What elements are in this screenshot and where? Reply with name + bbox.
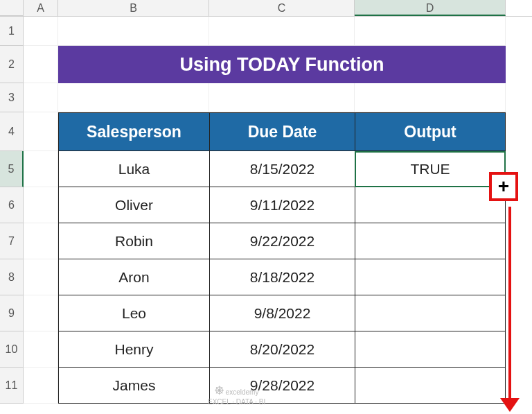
cell-C3[interactable] — [209, 83, 355, 112]
cell-D9[interactable] — [355, 295, 506, 331]
cell-A3[interactable] — [24, 83, 58, 112]
autofill-arrow — [508, 207, 511, 404]
cell-A8[interactable] — [24, 259, 58, 295]
watermark-brand: exceldemy — [226, 388, 259, 396]
cell-A1[interactable] — [24, 17, 58, 46]
cell-C7[interactable]: 9/22/2022 — [209, 223, 355, 259]
cell-C1[interactable] — [209, 17, 355, 46]
title-banner: Using TODAY Function — [58, 46, 506, 83]
row-3: 3 — [0, 83, 532, 112]
cell-D3[interactable] — [355, 83, 506, 112]
cell-C9[interactable]: 9/8/2022 — [209, 295, 355, 331]
autofill-arrowhead-icon — [500, 398, 520, 412]
row-7: 7 Robin 9/22/2022 — [0, 223, 532, 259]
cell-B1[interactable] — [58, 17, 209, 46]
cell-B10[interactable]: Henry — [58, 331, 209, 368]
plus-icon: + — [498, 177, 509, 196]
cell-D1[interactable] — [355, 17, 506, 46]
row-header-2[interactable]: 2 — [0, 46, 24, 83]
header-duedate[interactable]: Due Date — [209, 112, 355, 151]
col-header-B[interactable]: B — [58, 0, 209, 16]
row-1: 1 — [0, 17, 532, 46]
col-header-C[interactable]: C — [209, 0, 355, 16]
col-header-A[interactable]: A — [24, 0, 58, 16]
row-6: 6 Oliver 9/11/2022 — [0, 187, 532, 223]
row-9: 9 Leo 9/8/2022 — [0, 295, 532, 331]
watermark-sub: EXCEL · DATA · BI — [208, 398, 265, 406]
cell-D6[interactable] — [355, 187, 506, 223]
cell-C10[interactable]: 8/20/2022 — [209, 331, 355, 368]
cell-C5[interactable]: 8/15/2022 — [209, 151, 355, 187]
row-10: 10 Henry 8/20/2022 — [0, 331, 532, 368]
cell-B11[interactable]: James — [58, 368, 209, 404]
cell-A6[interactable] — [24, 187, 58, 223]
row-5: 5 Luka 8/15/2022 TRUE + — [0, 151, 532, 187]
watermark: ⎈ exceldemy EXCEL · DATA · BI — [208, 381, 265, 406]
spreadsheet: A B C D 1 2 Using TODAY Function 3 4 Sal… — [0, 0, 532, 414]
cell-A4[interactable] — [24, 112, 58, 151]
cell-A5[interactable] — [24, 151, 58, 187]
cell-A10[interactable] — [24, 331, 58, 368]
cell-B9[interactable]: Leo — [58, 295, 209, 331]
cell-D7[interactable] — [355, 223, 506, 259]
header-salesperson[interactable]: Salesperson — [58, 112, 209, 151]
row-header-4[interactable]: 4 — [0, 112, 24, 151]
output-value: TRUE — [410, 161, 450, 178]
header-output[interactable]: Output — [355, 112, 506, 151]
cell-B3[interactable] — [58, 83, 209, 112]
cell-D8[interactable] — [355, 259, 506, 295]
cell-A9[interactable] — [24, 295, 58, 331]
row-header-8[interactable]: 8 — [0, 259, 24, 295]
row-header-6[interactable]: 6 — [0, 187, 24, 223]
cell-D10[interactable] — [355, 331, 506, 368]
row-header-5[interactable]: 5 — [0, 151, 24, 187]
watermark-logo-icon: ⎈ — [215, 381, 224, 398]
col-header-D[interactable]: D — [355, 0, 506, 16]
cell-B5[interactable]: Luka — [58, 151, 209, 187]
column-header-row: A B C D — [0, 0, 532, 17]
row-header-9[interactable]: 9 — [0, 295, 24, 331]
row-header-11[interactable]: 11 — [0, 368, 24, 404]
row-header-1[interactable]: 1 — [0, 17, 24, 46]
cell-B8[interactable]: Aron — [58, 259, 209, 295]
fill-handle[interactable]: + — [489, 172, 518, 201]
cell-D11[interactable] — [355, 368, 506, 404]
cell-C6[interactable]: 9/11/2022 — [209, 187, 355, 223]
select-all-corner[interactable] — [0, 0, 24, 16]
cell-A7[interactable] — [24, 223, 58, 259]
row-header-3[interactable]: 3 — [0, 83, 24, 112]
cell-A2[interactable] — [24, 46, 58, 83]
row-8: 8 Aron 8/18/2022 — [0, 259, 532, 295]
cell-D5-selected[interactable]: TRUE + — [355, 151, 506, 187]
cell-B7[interactable]: Robin — [58, 223, 209, 259]
cell-C8[interactable]: 8/18/2022 — [209, 259, 355, 295]
row-header-7[interactable]: 7 — [0, 223, 24, 259]
row-4: 4 Salesperson Due Date Output — [0, 112, 532, 151]
cell-A11[interactable] — [24, 368, 58, 404]
row-header-10[interactable]: 10 — [0, 331, 24, 368]
cell-B6[interactable]: Oliver — [58, 187, 209, 223]
row-11: 11 James 9/28/2022 — [0, 368, 532, 404]
